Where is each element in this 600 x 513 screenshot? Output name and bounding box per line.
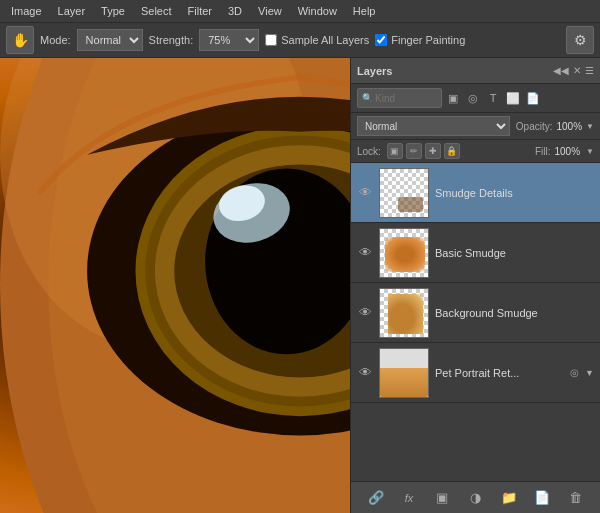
- main-area: Layers ◀◀ ✕ ☰ 🔍 ▣ ◎ T ⬜ 📄 Normal: [0, 58, 600, 513]
- thumb-smudge-details-content: [380, 169, 428, 217]
- lock-all-icon[interactable]: 🔒: [444, 143, 460, 159]
- fill-label: Fill:: [535, 146, 551, 157]
- panel-search-row: 🔍 ▣ ◎ T ⬜ 📄: [351, 84, 600, 113]
- opacity-value: 100%: [557, 121, 583, 132]
- layer-name-smudge-details: Smudge Details: [435, 187, 594, 199]
- blend-mode-select[interactable]: Normal: [357, 116, 510, 136]
- menu-filter[interactable]: Filter: [181, 3, 219, 19]
- link-layers-button[interactable]: 🔗: [365, 487, 387, 509]
- panel-header: Layers ◀◀ ✕ ☰: [351, 58, 600, 84]
- layer-item-smudge-details[interactable]: 👁 Smudge Details: [351, 163, 600, 223]
- new-layer-button[interactable]: 📄: [531, 487, 553, 509]
- add-mask-button[interactable]: ▣: [431, 487, 453, 509]
- menu-layer[interactable]: Layer: [51, 3, 93, 19]
- menu-image[interactable]: Image: [4, 3, 49, 19]
- opacity-row: Opacity: 100% ▼: [516, 121, 594, 132]
- layer-thumb-smudge-details: [379, 168, 429, 218]
- strength-label: Strength:: [149, 34, 194, 46]
- layer-thumb-bg-smudge: [379, 288, 429, 338]
- layer-more-icon[interactable]: ◎: [570, 367, 579, 378]
- layer-visibility-portrait[interactable]: 👁: [357, 365, 373, 380]
- fx-button[interactable]: fx: [398, 487, 420, 509]
- strength-select[interactable]: 75%: [199, 29, 259, 51]
- sample-all-layers-label: Sample All Layers: [281, 34, 369, 46]
- menu-bar: Image Layer Type Select Filter 3D View W…: [0, 0, 600, 22]
- lock-transparent-icon[interactable]: ▣: [387, 143, 403, 159]
- sample-all-layers-checkbox[interactable]: [265, 34, 277, 46]
- lock-fill-row: Lock: ▣ ✏ ✚ 🔒 Fill: 100% ▼: [351, 140, 600, 163]
- adjustment-button[interactable]: ◑: [464, 487, 486, 509]
- smudge-tool-icon[interactable]: ✋: [6, 26, 34, 54]
- lock-paint-icon[interactable]: ✏: [406, 143, 422, 159]
- mode-label: Mode:: [40, 34, 71, 46]
- layer-name-portrait: Pet Portrait Ret...: [435, 367, 564, 379]
- layer-thumb-basic-smudge: [379, 228, 429, 278]
- delete-layer-button[interactable]: 🗑: [564, 487, 586, 509]
- menu-window[interactable]: Window: [291, 3, 344, 19]
- panel-close[interactable]: ✕: [573, 65, 581, 76]
- search-input[interactable]: [375, 93, 420, 104]
- filter-smart-icon[interactable]: 📄: [524, 89, 542, 107]
- layers-list: 👁 Smudge Details 👁 Basic Smudge 👁: [351, 163, 600, 481]
- layer-name-bg-smudge: Background Smudge: [435, 307, 594, 319]
- thumb-portrait-content: [380, 349, 428, 397]
- finger-painting-group[interactable]: Finger Painting: [375, 34, 465, 46]
- layer-item-bg-smudge[interactable]: 👁 Background Smudge: [351, 283, 600, 343]
- menu-select[interactable]: Select: [134, 3, 179, 19]
- search-icon: 🔍: [362, 93, 373, 103]
- panel-menu-icon[interactable]: ☰: [585, 65, 594, 76]
- panel-collapse-left[interactable]: ◀◀: [553, 65, 569, 76]
- menu-view[interactable]: View: [251, 3, 289, 19]
- new-group-button[interactable]: 📁: [498, 487, 520, 509]
- layer-item-portrait[interactable]: 👁 Pet Portrait Ret... ◎ ▼: [351, 343, 600, 403]
- layer-thumb-portrait: [379, 348, 429, 398]
- menu-type[interactable]: Type: [94, 3, 132, 19]
- filter-pixel-icon[interactable]: ▣: [444, 89, 462, 107]
- search-box[interactable]: 🔍: [357, 88, 442, 108]
- blend-opacity-row: Normal Opacity: 100% ▼: [351, 113, 600, 140]
- panel-footer: 🔗 fx ▣ ◑ 📁 📄 🗑: [351, 481, 600, 513]
- layers-panel: Layers ◀◀ ✕ ☰ 🔍 ▣ ◎ T ⬜ 📄 Normal: [350, 58, 600, 513]
- lock-label: Lock:: [357, 146, 381, 157]
- layer-visibility-basic-smudge[interactable]: 👁: [357, 245, 373, 260]
- opacity-label: Opacity:: [516, 121, 553, 132]
- layer-visibility-bg-smudge[interactable]: 👁: [357, 305, 373, 320]
- panel-title: Layers: [357, 65, 392, 77]
- menu-help[interactable]: Help: [346, 3, 383, 19]
- finger-painting-checkbox[interactable]: [375, 34, 387, 46]
- layer-chevron-icon[interactable]: ▼: [585, 368, 594, 378]
- finger-painting-label: Finger Painting: [391, 34, 465, 46]
- fill-value: 100%: [555, 146, 581, 157]
- layer-item-basic-smudge[interactable]: 👁 Basic Smudge: [351, 223, 600, 283]
- sample-all-layers-group[interactable]: Sample All Layers: [265, 34, 369, 46]
- options-toolbar: ✋ Mode: Normal Strength: 75% Sample All …: [0, 22, 600, 58]
- thumb-bg-smudge-content: [380, 289, 428, 337]
- filter-shape-icon[interactable]: ⬜: [504, 89, 522, 107]
- filter-type-icon[interactable]: T: [484, 89, 502, 107]
- layer-name-basic-smudge: Basic Smudge: [435, 247, 594, 259]
- layer-visibility-smudge-details[interactable]: 👁: [357, 185, 373, 200]
- lock-icons: ▣ ✏ ✚ 🔒: [387, 143, 460, 159]
- settings-icon[interactable]: ⚙: [566, 26, 594, 54]
- fill-row: Fill: 100% ▼: [535, 146, 594, 157]
- fill-chevron[interactable]: ▼: [586, 147, 594, 156]
- filter-adjustment-icon[interactable]: ◎: [464, 89, 482, 107]
- thumb-basic-smudge-content: [380, 229, 428, 277]
- opacity-chevron[interactable]: ▼: [586, 122, 594, 131]
- mode-select[interactable]: Normal: [77, 29, 143, 51]
- lock-move-icon[interactable]: ✚: [425, 143, 441, 159]
- menu-3d[interactable]: 3D: [221, 3, 249, 19]
